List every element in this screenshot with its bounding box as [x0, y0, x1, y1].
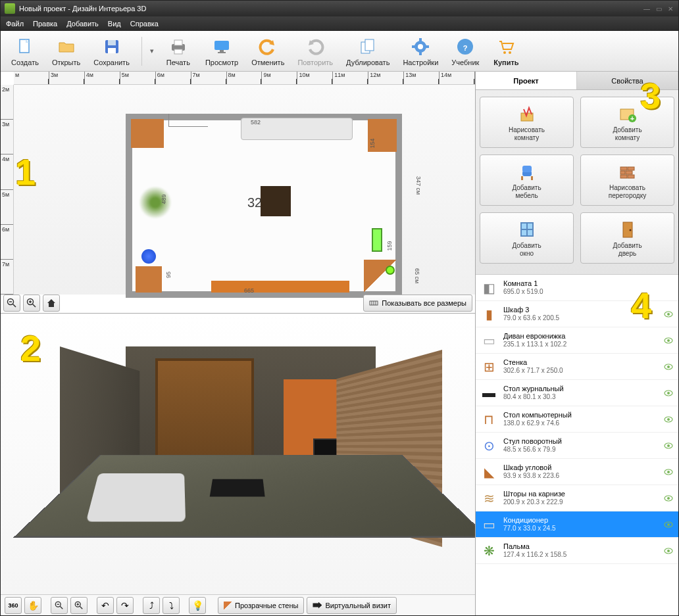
- svg-point-68: [667, 418, 670, 421]
- plan-canvas[interactable]: 32,52 582 347 см 489 665 159 65 см 154 9…: [14, 85, 475, 295]
- object-curtain[interactable]: ≋Шторы на карнизе200.9 x 20.3 x 222.9: [476, 485, 678, 511]
- home-button[interactable]: [43, 295, 60, 312]
- view-3d[interactable]: 2 360 ✋ ↶ ↷ ⤴ ⤵ 💡 Прозрачные стены Вирту…: [1, 314, 475, 615]
- svg-rect-8: [220, 50, 224, 52]
- furniture-wardrobe[interactable]: [131, 119, 164, 148]
- menu-справка[interactable]: Справка: [130, 20, 159, 28]
- stool-icon: ⊙: [481, 438, 497, 454]
- svg-point-76: [667, 523, 670, 526]
- object-stool[interactable]: ⊙Стул поворотный48.5 x 56.6 x 79.9: [476, 433, 678, 459]
- table-3d: [210, 479, 265, 497]
- zoom-in-button[interactable]: [23, 295, 40, 312]
- menu-файл[interactable]: Файл: [6, 20, 24, 28]
- object-ac[interactable]: ▭Кондиционер77.0 x 33.0 x 24.5: [476, 511, 678, 538]
- marker-3: 3: [640, 74, 673, 114]
- tilt-up-button[interactable]: ⤴: [143, 597, 160, 614]
- visibility-icon[interactable]: [664, 364, 673, 370]
- object-desk[interactable]: ⊓Стол компьютерный138.0 x 62.9 x 74.6: [476, 406, 678, 433]
- plan-2d-view[interactable]: м3м4м5м6м7м8м9м10м11м12м13м14м 2м3м4м5м6…: [1, 72, 475, 314]
- furniture-chair[interactable]: [141, 249, 156, 264]
- zoom-out-3d-button[interactable]: [51, 597, 68, 614]
- tab-project[interactable]: Проект: [476, 72, 577, 89]
- action-window[interactable]: Добавитьокно: [480, 212, 574, 264]
- action-door[interactable]: Добавитьдверь: [580, 212, 674, 264]
- pan-button[interactable]: ✋: [24, 597, 41, 614]
- action-wall[interactable]: Нарисоватьперегородку: [580, 154, 674, 206]
- zoom-in-3d-button[interactable]: [70, 597, 88, 614]
- help-button[interactable]: ?Учебник: [447, 35, 483, 68]
- scene-3d[interactable]: 2: [1, 314, 475, 594]
- action-chair[interactable]: Добавитьмебель: [480, 154, 574, 206]
- chair-icon: [516, 161, 538, 182]
- redo-button[interactable]: Повторить: [293, 35, 337, 68]
- door-arc[interactable]: [168, 114, 208, 127]
- svg-text:+: +: [630, 114, 634, 122]
- file-button[interactable]: Создать: [7, 35, 43, 68]
- furniture-table[interactable]: [261, 186, 291, 216]
- folder-button[interactable]: Открыть: [48, 35, 84, 68]
- virtual-visit-button[interactable]: Виртуальный визит: [307, 597, 397, 614]
- monitor-button[interactable]: Просмотр: [201, 35, 242, 68]
- object-table[interactable]: ▬Стол журнальный80.4 x 80.1 x 30.3: [476, 380, 678, 406]
- ac-icon: ▭: [481, 517, 497, 533]
- zoom-out-button[interactable]: [3, 295, 20, 312]
- gear-icon: [410, 36, 431, 57]
- undo-button[interactable]: Отменить: [247, 35, 288, 68]
- svg-rect-46: [521, 176, 523, 180]
- object-sofa[interactable]: ▭Диван еврокнижка235.1 x 113.1 x 102.2: [476, 327, 678, 354]
- svg-point-58: [629, 229, 631, 231]
- maximize-icon[interactable]: ▭: [655, 5, 663, 12]
- menu-вид[interactable]: Вид: [108, 20, 121, 28]
- visibility-icon[interactable]: [664, 469, 673, 475]
- svg-point-64: [667, 366, 670, 368]
- visibility-icon[interactable]: [664, 390, 673, 396]
- object-shelf[interactable]: ⊞Стенка302.6 x 71.7 x 250.0: [476, 354, 678, 380]
- object-list[interactable]: 4 ◧Комната 1695.0 x 519.0▮Шкаф 379.0 x 6…: [476, 274, 678, 615]
- rotate-left-button[interactable]: ↶: [97, 597, 114, 614]
- object-corner[interactable]: ◣Шкаф угловой93.9 x 93.8 x 223.6: [476, 459, 678, 485]
- cart-button[interactable]: Купить: [488, 35, 524, 68]
- print-icon: [168, 36, 189, 57]
- svg-line-34: [60, 606, 63, 609]
- plan-toolbar: Показывать все размеры: [3, 295, 472, 312]
- object-plant[interactable]: ❋Пальма127.4 x 116.2 x 158.5: [476, 538, 678, 564]
- rotate-360-button[interactable]: 360: [5, 597, 22, 614]
- sofa-3d: [86, 473, 186, 522]
- side-panel: Проект Свойства Нарисоватькомнату+Добави…: [476, 72, 678, 615]
- furniture-corner2[interactable]: [364, 260, 397, 293]
- selected-object[interactable]: [372, 228, 382, 252]
- room-outline[interactable]: 32,52 582 347 см 489 665 159 65 см 154 9…: [126, 114, 402, 298]
- titlebar: Новый проект - Дизайн Интерьера 3D — ▭ ✕: [1, 1, 678, 16]
- visibility-icon[interactable]: [664, 442, 673, 449]
- visibility-icon[interactable]: [664, 337, 673, 344]
- dup-button[interactable]: Дублировать: [342, 35, 393, 68]
- visibility-icon[interactable]: [664, 311, 673, 318]
- light-button[interactable]: 💡: [189, 597, 206, 614]
- menu-правка[interactable]: Правка: [33, 20, 57, 28]
- cart-icon: [495, 36, 516, 57]
- menu-добавить[interactable]: Добавить: [66, 20, 99, 28]
- action-draw[interactable]: Нарисоватькомнату: [480, 97, 574, 148]
- tilt-down-button[interactable]: ⤵: [163, 597, 180, 614]
- help-icon: ?: [455, 36, 476, 57]
- svg-rect-47: [531, 176, 533, 180]
- dimensions-icon: [369, 298, 378, 308]
- furniture-desk[interactable]: [136, 266, 162, 293]
- save-button[interactable]: Сохранить: [89, 35, 134, 68]
- rotate-right-button[interactable]: ↷: [116, 597, 134, 614]
- minimize-icon[interactable]: —: [643, 5, 651, 12]
- visibility-icon[interactable]: [664, 495, 673, 502]
- visibility-icon[interactable]: [664, 548, 673, 554]
- visibility-icon[interactable]: [664, 521, 673, 528]
- svg-rect-16: [412, 45, 415, 48]
- camera-icon: [313, 602, 322, 609]
- gear-button[interactable]: Настройки: [399, 35, 442, 68]
- transparent-walls-toggle[interactable]: Прозрачные стены: [218, 597, 304, 614]
- furniture-shelf[interactable]: [211, 281, 349, 293]
- close-icon[interactable]: ✕: [666, 5, 674, 12]
- visibility-icon[interactable]: [664, 416, 673, 423]
- handle-dot[interactable]: [386, 266, 395, 275]
- svg-point-70: [667, 444, 670, 447]
- print-button[interactable]: Печать: [161, 35, 196, 68]
- show-dimensions-toggle[interactable]: Показывать все размеры: [363, 295, 472, 312]
